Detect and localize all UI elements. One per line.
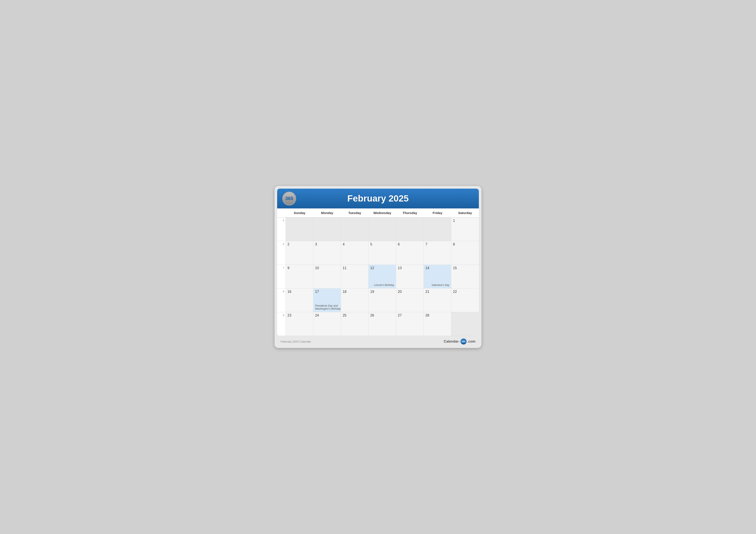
week-number-9: 9 <box>277 312 286 336</box>
day-number: 7 <box>425 242 449 246</box>
day-number: 18 <box>343 290 366 294</box>
cal-cell-1: 1 <box>451 217 479 241</box>
footer-brand-suffix: .com <box>468 340 475 343</box>
week-number-5: 5 <box>277 217 286 241</box>
day-number: 13 <box>398 266 422 270</box>
cal-cell-25: 25 <box>341 312 368 336</box>
cal-cell-17: 17Presidents Day and Washington's Birthd… <box>313 289 341 312</box>
day-number: 17 <box>315 290 339 294</box>
day-number: 16 <box>287 290 311 294</box>
cal-cell-4: 4 <box>341 241 368 265</box>
day-number: 25 <box>343 314 366 318</box>
cal-cell-28: 28 <box>424 312 451 336</box>
day-header-tuesday: Tuesday <box>341 208 368 217</box>
calendar-grid: 516234567879101112Lincoln's Birthday1314… <box>277 217 479 336</box>
week-num-header-spacer <box>277 208 286 217</box>
cal-cell-6: 6 <box>396 241 424 265</box>
cal-cell-24: 24 <box>313 312 341 336</box>
day-number: 27 <box>398 314 422 318</box>
day-number: 21 <box>425 290 449 294</box>
cal-cell-empty <box>368 217 396 241</box>
day-number: 23 <box>287 314 311 318</box>
week-number-6: 6 <box>277 241 286 265</box>
cal-cell-21: 21 <box>424 289 451 312</box>
day-number: 20 <box>398 290 422 294</box>
cal-cell-19: 19 <box>368 289 396 312</box>
day-number: 5 <box>370 242 394 246</box>
cal-cell-7: 7 <box>424 241 451 265</box>
cal-cell-22: 22 <box>451 289 479 312</box>
footer-brand-badge: 365 <box>461 339 467 344</box>
week-number-7: 7 <box>277 265 286 289</box>
day-header-friday: Friday <box>424 208 451 217</box>
logo-badge: 365 <box>282 191 296 205</box>
calendar-wrapper: 365 February 2025 SundayMondayTuesdayWed… <box>275 186 481 348</box>
day-number: 14 <box>425 266 449 270</box>
day-number: 3 <box>315 242 339 246</box>
cal-cell-27: 27 <box>396 312 424 336</box>
footer-brand: Calendar- 365 .com <box>444 339 475 344</box>
cal-cell-10: 10 <box>313 265 341 289</box>
footer-left-text: February 2025 Calendar <box>281 340 311 343</box>
cal-cell-9: 9 <box>286 265 313 289</box>
day-number: 6 <box>398 242 422 246</box>
cal-cell-18: 18 <box>341 289 368 312</box>
cal-cell-13: 13 <box>396 265 424 289</box>
day-header-thursday: Thursday <box>396 208 424 217</box>
day-number: 11 <box>343 266 366 270</box>
cal-cell-empty <box>396 217 424 241</box>
cal-cell-14: 14Valentine's Day <box>424 265 451 289</box>
cal-cell-11: 11 <box>341 265 368 289</box>
cal-cell-2: 2 <box>286 241 313 265</box>
day-number: 26 <box>370 314 394 318</box>
cal-cell-empty <box>341 217 368 241</box>
day-number: 12 <box>370 266 394 270</box>
day-headers: SundayMondayTuesdayWednesdayThursdayFrid… <box>277 208 479 217</box>
day-number: 24 <box>315 314 339 318</box>
day-number: 10 <box>315 266 339 270</box>
calendar-inner: 365 February 2025 SundayMondayTuesdayWed… <box>277 189 479 336</box>
day-header-saturday: Saturday <box>451 208 479 217</box>
cal-cell-12: 12Lincoln's Birthday <box>368 265 396 289</box>
cal-cell-empty <box>451 312 479 336</box>
event-label: Lincoln's Birthday <box>374 284 394 287</box>
cal-cell-15: 15 <box>451 265 479 289</box>
day-number: 4 <box>343 242 366 246</box>
day-number: 19 <box>370 290 394 294</box>
event-label: Valentine's Day <box>431 284 449 287</box>
week-number-8: 8 <box>277 289 286 312</box>
cal-cell-empty <box>286 217 313 241</box>
cal-cell-26: 26 <box>368 312 396 336</box>
cal-cell-8: 8 <box>451 241 479 265</box>
cal-cell-23: 23 <box>286 312 313 336</box>
day-number: 8 <box>453 242 477 246</box>
day-number: 15 <box>453 266 477 270</box>
cal-cell-empty <box>424 217 451 241</box>
calendar-title: February 2025 <box>282 193 474 204</box>
day-header-monday: Monday <box>313 208 341 217</box>
day-header-wednesday: Wednesday <box>368 208 396 217</box>
cal-cell-empty <box>313 217 341 241</box>
cal-cell-16: 16 <box>286 289 313 312</box>
calendar-footer: February 2025 Calendar Calendar- 365 .co… <box>277 336 479 345</box>
day-number: 2 <box>287 242 311 246</box>
cal-cell-3: 3 <box>313 241 341 265</box>
event-label: Presidents Day and Washington's Birthday <box>315 304 341 310</box>
calendar-header: 365 February 2025 <box>277 189 479 208</box>
day-number: 9 <box>287 266 311 270</box>
cal-cell-5: 5 <box>368 241 396 265</box>
day-number: 22 <box>453 290 477 294</box>
footer-brand-prefix: Calendar- <box>444 340 460 343</box>
day-header-sunday: Sunday <box>286 208 313 217</box>
day-number: 1 <box>453 219 477 223</box>
cal-cell-20: 20 <box>396 289 424 312</box>
day-number: 28 <box>425 314 449 318</box>
